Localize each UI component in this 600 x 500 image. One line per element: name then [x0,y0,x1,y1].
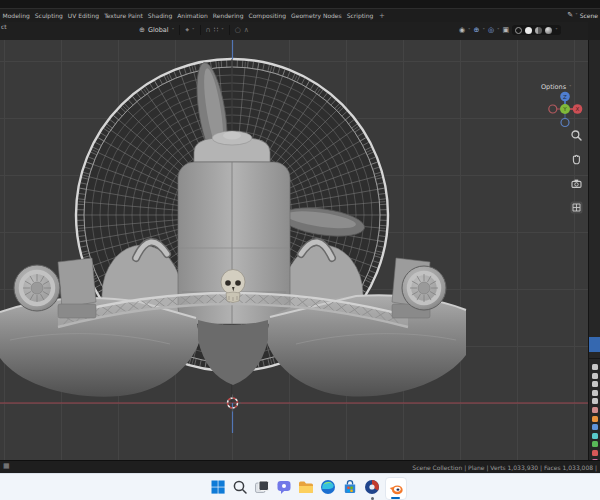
workspace-tab-uv-editing[interactable]: UV Editing [65,12,101,19]
snap-magnet-icon[interactable]: ∩ [206,27,211,34]
workspace-tab-sculpting[interactable]: Sculpting [32,12,65,19]
scene-name: Scene [580,12,598,19]
cropped-menu-text: ct [1,23,7,30]
falloff-icon[interactable]: ∧ [244,27,249,34]
pan-hand-icon[interactable] [570,153,583,166]
running-app-indicator [371,497,374,500]
editor-divider[interactable] [589,358,600,359]
viewport-header: ct ⊕ Global ˅ ⌖ ˅ ∩ ∷ ˅ ○ ∧ ◉ ˅ ⊕ ˅ ◎ ˅ … [0,22,588,41]
workspace-tab-scripting[interactable]: Scripting [344,12,376,19]
shading-wireframe-icon[interactable] [515,27,522,34]
chevron-down-icon: ˅ [575,13,578,18]
editor-type-icon[interactable]: ▦ [3,463,10,470]
display-controls: ◉ ˅ ⊕ ˅ ◎ ˅ ▣ ˅ [459,25,561,35]
workspace-tab-rendering[interactable]: Rendering [210,12,246,19]
workspace-tab-compositing[interactable]: Compositing [246,12,289,19]
tab-modifiers[interactable] [592,424,598,430]
chevron-down-icon[interactable]: ˅ [482,28,485,33]
properties-tab-column [592,364,598,465]
tab-view-layer[interactable] [592,390,598,396]
blender-icon [388,481,404,497]
workspace-tab-animation[interactable]: Animation [175,12,211,19]
store-icon[interactable] [341,478,359,496]
workspace-tab-bar: Modeling Sculpting UV Editing Texture Pa… [0,9,600,22]
chevron-down-icon[interactable]: ˅ [468,28,471,33]
scene-stats: Scene Collection | Plane | Verts 1,033,9… [412,464,597,471]
shading-material-icon[interactable] [535,27,542,34]
tab-render[interactable] [592,373,598,379]
snap-with-icon[interactable]: ∷ [214,27,218,34]
svg-text:Z: Z [563,94,567,100]
transform-controls: ⊕ Global ˅ ⌖ ˅ ∩ ∷ ˅ ○ ∧ [139,25,249,35]
chevron-down-icon[interactable]: ˅ [497,28,500,33]
start-button-icon[interactable] [209,478,227,496]
task-view-icon[interactable] [253,478,271,496]
active-app-indicator [391,497,400,500]
file-explorer-icon[interactable] [297,478,315,496]
blender-window: Modeling Sculpting UV Editing Texture Pa… [0,0,600,500]
shading-mode-group: ˅ [512,25,561,35]
grid-ortho-icon[interactable] [570,201,583,214]
workspace-tab-modeling[interactable]: Modeling [0,12,32,19]
chevron-down-icon[interactable]: ˅ [192,28,195,33]
airboat-model [0,40,588,460]
zoom-icon[interactable] [570,129,583,142]
xray-toggle-icon[interactable]: ▣ [503,27,510,34]
camera-view-icon[interactable] [570,177,583,190]
gizmos-toggle-icon[interactable]: ⊕ [474,27,480,34]
options-button[interactable]: Options ˅ [541,83,572,91]
svg-text:X: X [576,106,580,112]
pivot-point-icon[interactable]: ⌖ [185,27,189,34]
3d-viewport[interactable]: Options ˅ Z X Y [0,40,588,460]
browser-icon[interactable] [363,478,381,496]
viewport-nav-icons [570,129,583,214]
chevron-down-icon[interactable]: ˅ [555,28,558,33]
blender-app-icon-active[interactable] [385,477,407,500]
chat-icon[interactable] [275,478,293,496]
edge-icon[interactable] [319,478,337,496]
window-title-strip [0,0,600,9]
tab-output[interactable] [592,381,598,387]
shading-rendered-icon[interactable] [545,27,552,34]
svg-text:Y: Y [562,106,567,112]
workspace-tab-texture-paint[interactable]: Texture Paint [102,12,146,19]
tab-world[interactable] [592,407,598,413]
overlays-toggle-icon[interactable]: ◎ [488,27,494,34]
orientation-dropdown[interactable]: Global [148,26,169,34]
proportional-edit-icon[interactable]: ○ [235,27,241,34]
scene-selector[interactable]: ✎ ˅ Scene [567,9,598,22]
tab-object[interactable] [592,416,598,422]
workspace-tab-geometry-nodes[interactable]: Geometry Nodes [289,12,345,19]
object-visibility-icon[interactable]: ◉ [459,27,465,34]
tab-data[interactable] [592,441,598,447]
tab-physics[interactable] [592,433,598,439]
windows-taskbar [0,473,600,500]
tab-material[interactable] [592,450,598,456]
chevron-down-icon: ˅ [569,85,572,90]
scene-brush-icon: ✎ [567,12,573,19]
chevron-down-icon[interactable]: ˅ [172,28,175,33]
status-bar: ▦ Scene Collection | Plane | Verts 1,033… [0,460,600,474]
outliner-selected-row[interactable] [589,337,600,352]
search-icon[interactable] [231,478,249,496]
orientation-icon: ⊕ [139,27,145,34]
navigation-gizmo[interactable]: Z X Y [548,91,586,129]
tab-tool[interactable] [592,364,598,370]
right-panel-sliver [588,40,600,460]
workspace-tab-shading[interactable]: Shading [145,12,174,19]
shading-solid-icon[interactable] [525,27,532,34]
tab-scene[interactable] [592,398,598,404]
add-workspace-button[interactable]: + [376,12,388,20]
chevron-down-icon[interactable]: ˅ [221,28,224,33]
